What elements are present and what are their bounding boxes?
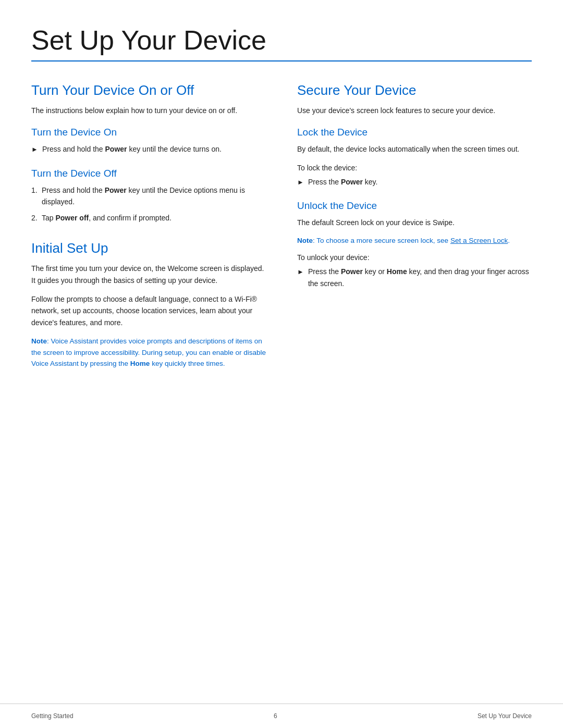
lock-device-subsection: Lock the Device By default, the device l… (297, 127, 532, 188)
lock-bullet: ► Press the Power key. (297, 176, 532, 188)
turn-on-heading: Turn the Device On (31, 127, 266, 138)
page-title: Set Up Your Device (31, 25, 532, 56)
unlock-note-body: : To choose a more secure screen lock, s… (313, 237, 450, 244)
lock-device-para: By default, the device locks automatical… (297, 143, 532, 155)
unlock-note-end: . (508, 237, 510, 244)
set-screen-lock-link[interactable]: Set a Screen Lock (450, 237, 508, 244)
to-lock-label: To lock the device: (297, 164, 532, 172)
title-divider (31, 60, 532, 61)
footer-left: Getting Started (31, 712, 74, 720)
secure-device-heading: Secure Your Device (297, 82, 532, 98)
turn-on-text: Press and hold the Power key until the d… (42, 143, 222, 155)
turn-off-item-2: 2.Tap Power off, and confirm if prompted… (31, 212, 266, 224)
secure-device-intro: Use your device's screen lock features t… (297, 105, 532, 116)
initial-setup-heading: Initial Set Up (31, 240, 266, 256)
turn-on-bullet: ► Press and hold the Power key until the… (31, 143, 266, 155)
initial-setup-section: Initial Set Up The first time you turn y… (31, 240, 266, 369)
turn-off-list: 1.Press and hold the Power key until the… (31, 184, 266, 224)
note-label: Note (31, 337, 47, 345)
unlock-device-subsection: Unlock the Device The default Screen loc… (297, 200, 532, 289)
page-footer: Getting Started 6 Set Up Your Device (0, 704, 563, 728)
bullet-arrow-lock-icon: ► (297, 177, 304, 188)
turn-on-subsection: Turn the Device On ► Press and hold the … (31, 127, 266, 155)
secure-device-section: Secure Your Device Use your device's scr… (297, 82, 532, 289)
turn-off-subsection: Turn the Device Off 1.Press and hold the… (31, 168, 266, 224)
initial-setup-para2: Follow the prompts to choose a default l… (31, 293, 266, 328)
note-body: : Voice Assistant provides voice prompts… (31, 337, 266, 367)
bullet-arrow-unlock-icon: ► (297, 267, 304, 278)
lock-bullet-text: Press the Power key. (308, 176, 378, 188)
unlock-note-label: Note (297, 237, 313, 244)
footer-center: 6 (274, 712, 277, 720)
turn-on-off-intro: The instructions below explain how to tu… (31, 105, 266, 116)
initial-setup-para1: The first time you turn your device on, … (31, 263, 266, 286)
to-unlock-label: To unlock your device: (297, 253, 532, 262)
column-left: Turn Your Device On or Off The instructi… (31, 82, 266, 384)
turn-off-heading: Turn the Device Off (31, 168, 266, 179)
lock-device-heading: Lock the Device (297, 127, 532, 138)
turn-off-item-1: 1.Press and hold the Power key until the… (31, 184, 266, 208)
column-right: Secure Your Device Use your device's scr… (297, 82, 532, 384)
unlock-note: Note: To choose a more secure screen loc… (297, 235, 532, 246)
bullet-arrow-icon: ► (31, 144, 38, 155)
turn-on-off-heading: Turn Your Device On or Off (31, 82, 266, 98)
two-column-layout: Turn Your Device On or Off The instructi… (31, 82, 532, 384)
footer-right: Set Up Your Device (478, 712, 532, 720)
page-container: Set Up Your Device Turn Your Device On o… (0, 0, 563, 426)
unlock-bullet: ► Press the Power key or Home key, and t… (297, 266, 532, 289)
initial-setup-note: Note: Voice Assistant provides voice pro… (31, 336, 266, 369)
unlock-bullet-text: Press the Power key or Home key, and the… (308, 266, 532, 289)
turn-on-off-section: Turn Your Device On or Off The instructi… (31, 82, 266, 224)
unlock-device-heading: Unlock the Device (297, 200, 532, 212)
unlock-default-text: The default Screen lock on your device i… (297, 217, 532, 228)
